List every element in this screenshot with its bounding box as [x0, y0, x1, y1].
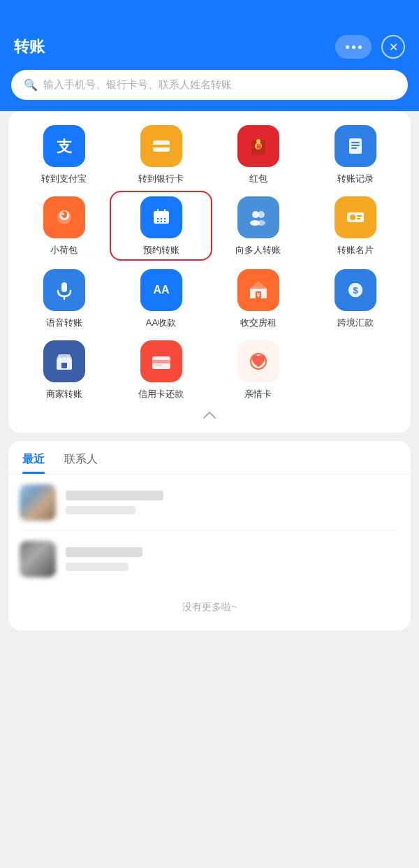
- svg-text:¥: ¥: [256, 291, 260, 298]
- merchant-icon: [43, 340, 85, 382]
- svg-point-47: [58, 357, 61, 361]
- icon-item-redpacket[interactable]: 福 红包: [210, 125, 307, 185]
- contact-info: [66, 491, 399, 514]
- namecard-label: 转账名片: [337, 244, 374, 256]
- contact-info: [66, 547, 399, 571]
- svg-text:$: $: [353, 285, 358, 296]
- family-label: 亲情卡: [244, 388, 272, 400]
- svg-point-23: [163, 218, 165, 219]
- credit-icon: [140, 340, 182, 382]
- contact-list: [8, 475, 411, 587]
- close-button[interactable]: ✕: [381, 35, 405, 59]
- svg-rect-35: [61, 282, 67, 292]
- icon-item-alipay[interactable]: 支 转到支付宝: [15, 125, 112, 185]
- tab-contacts[interactable]: 联系人: [64, 452, 98, 474]
- svg-marker-39: [250, 282, 267, 289]
- namecard-icon: [335, 196, 376, 238]
- collapse-button[interactable]: [15, 405, 404, 424]
- icon-item-scheduled[interactable]: 预约转账: [110, 191, 212, 261]
- alipay-icon: 支: [43, 125, 85, 167]
- svg-text:支: 支: [56, 138, 73, 155]
- contact-sub: [66, 563, 128, 571]
- icon-item-family[interactable]: 亲情卡: [210, 340, 307, 400]
- icon-item-cross[interactable]: $ 跨境汇款: [307, 269, 404, 329]
- contact-item[interactable]: [20, 531, 399, 587]
- family-icon: [237, 340, 279, 382]
- svg-rect-10: [351, 145, 360, 146]
- contact-item[interactable]: [20, 475, 399, 531]
- svg-rect-51: [152, 360, 170, 363]
- dot1: [346, 45, 349, 49]
- svg-point-30: [257, 220, 265, 226]
- svg-rect-2: [153, 145, 170, 147]
- contact-name: [66, 547, 142, 557]
- svg-text:福: 福: [255, 143, 260, 149]
- xiaohe-label: 小荷包: [50, 244, 78, 256]
- svg-point-21: [156, 218, 158, 219]
- svg-rect-33: [357, 215, 362, 217]
- svg-rect-9: [351, 142, 360, 143]
- svg-rect-18: [154, 213, 169, 215]
- merchant-label: 商家转账: [46, 388, 82, 400]
- header: 转账 ✕: [0, 0, 419, 70]
- svg-point-22: [160, 218, 161, 219]
- icon-item-xiaohe[interactable]: 小荷包: [15, 196, 112, 258]
- svg-point-25: [160, 221, 161, 222]
- multi-label: 向多人转账: [235, 244, 281, 256]
- contact-name: [66, 491, 163, 500]
- alipay-label: 转到支付宝: [41, 173, 87, 185]
- svg-point-32: [350, 215, 355, 220]
- svg-point-28: [258, 211, 265, 218]
- contact-sub: [66, 506, 135, 514]
- avatar: [20, 484, 56, 521]
- main-card: 支 转到支付宝 转到银行卡 福: [8, 111, 411, 433]
- svg-point-26: [163, 221, 165, 222]
- voice-label: 语音转账: [46, 317, 82, 329]
- page-title: 转账: [14, 36, 45, 57]
- no-more-text: 没有更多啦~: [8, 587, 411, 630]
- search-box[interactable]: 🔍 输入手机号、银行卡号、联系人姓名转账: [11, 70, 408, 100]
- icon-item-namecard[interactable]: 转账名片: [307, 196, 404, 258]
- tabs-header: 最近 联系人: [8, 441, 411, 474]
- redpacket-label: 红包: [249, 173, 267, 185]
- bank-icon: [140, 125, 182, 167]
- svg-rect-52: [155, 364, 162, 366]
- svg-point-7: [256, 139, 260, 143]
- svg-point-15: [61, 213, 64, 215]
- cross-label: 跨境汇款: [337, 317, 374, 329]
- redpacket-icon: 福: [237, 125, 279, 167]
- tab-recent[interactable]: 最近: [22, 452, 45, 474]
- voice-icon: [43, 269, 85, 311]
- bank-label: 转到银行卡: [138, 173, 184, 185]
- svg-point-24: [156, 221, 158, 222]
- icon-item-credit[interactable]: 信用卡还款: [112, 340, 210, 400]
- search-icon: 🔍: [24, 78, 38, 92]
- svg-point-48: [62, 357, 66, 361]
- dot2: [352, 45, 355, 49]
- tabs-section: 最近 联系人 没有更多啦~: [8, 441, 411, 630]
- close-icon: ✕: [389, 41, 398, 54]
- icon-item-voice[interactable]: 语音转账: [15, 269, 112, 329]
- svg-rect-34: [357, 218, 360, 219]
- scheduled-label: 预约转账: [143, 244, 179, 256]
- header-actions: ✕: [335, 35, 405, 59]
- icon-item-bank[interactable]: 转到银行卡: [112, 125, 210, 185]
- icon-item-record[interactable]: 转账记录: [307, 125, 404, 185]
- scheduled-icon: [140, 196, 182, 238]
- rent-label: 收交房租: [240, 317, 277, 329]
- search-placeholder: 输入手机号、银行卡号、联系人姓名转账: [43, 78, 232, 92]
- credit-label: 信用卡还款: [138, 388, 184, 400]
- search-area: 🔍 输入手机号、银行卡号、联系人姓名转账: [0, 70, 419, 111]
- svg-text:AA: AA: [153, 284, 170, 296]
- avatar: [20, 541, 56, 577]
- svg-rect-11: [351, 147, 357, 149]
- icon-item-multi[interactable]: 向多人转账: [210, 196, 307, 258]
- record-icon: [335, 125, 376, 167]
- rent-icon: ¥: [237, 269, 279, 311]
- icon-item-rent[interactable]: ¥ 收交房租: [210, 269, 307, 329]
- more-button[interactable]: [335, 35, 372, 59]
- svg-point-49: [66, 357, 70, 361]
- icon-item-aa[interactable]: AA AA收款: [112, 269, 210, 329]
- aa-icon: AA: [140, 269, 182, 311]
- icon-item-merchant[interactable]: 商家转账: [15, 340, 112, 400]
